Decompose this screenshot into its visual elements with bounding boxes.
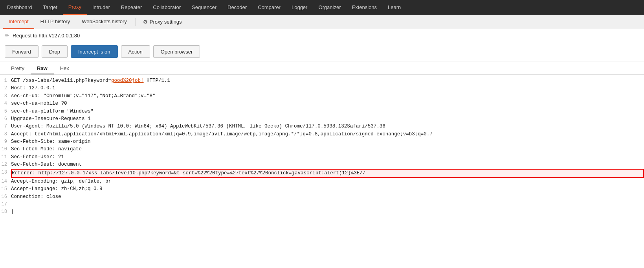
line-content: Sec-Fetch-User: ?1 xyxy=(11,153,644,161)
code-line-3: 3sec-ch-ua: "Chromium";v="117","Not;A=Br… xyxy=(0,92,644,100)
nav-item-dashboard[interactable]: Dashboard xyxy=(2,0,38,15)
line-content: Host: 127.0.0.1 xyxy=(11,85,644,92)
nav-item-decoder[interactable]: Decoder xyxy=(222,0,252,15)
nav-item-learn[interactable]: Learn xyxy=(382,0,406,15)
line-number: 6 xyxy=(0,115,11,123)
line-number: 10 xyxy=(0,146,11,153)
line-number: 17 xyxy=(0,201,11,208)
tab-raw[interactable]: Raw xyxy=(31,64,54,74)
line-number: 14 xyxy=(0,178,11,185)
intercept-toolbar: Forward Drop Intercept is on Action Open… xyxy=(0,42,644,61)
code-line-7: 7User-Agent: Mozilla/5.0 (Windows NT 10.… xyxy=(0,123,644,130)
forward-button[interactable]: Forward xyxy=(5,45,39,58)
gear-icon: ⚙ xyxy=(143,19,148,25)
proxy-settings-label: Proxy settings xyxy=(150,19,182,25)
nav-item-repeater[interactable]: Repeater xyxy=(116,0,147,15)
action-button[interactable]: Action xyxy=(121,45,150,58)
line-number: 8 xyxy=(0,131,11,138)
proxy-settings-button[interactable]: ⚙ Proxy settings xyxy=(139,19,186,25)
line-content: GET /xss-labs/level11.php?keyword=good%2… xyxy=(11,77,644,85)
nav-item-organizer[interactable]: Organizer xyxy=(313,0,346,15)
code-line-6: 6Upgrade-Insecure-Requests 1 xyxy=(0,115,644,123)
line-number: 11 xyxy=(0,153,11,161)
code-line-9: 9Sec-Fetch-Site: same-origin xyxy=(0,138,644,146)
tab-hex[interactable]: Hex xyxy=(54,64,75,74)
code-line-2: 2Host: 127.0.0.1 xyxy=(0,85,644,92)
line-content: Connection: close xyxy=(11,193,644,201)
line-content: Referer: http://127.0.0.1/xss-labs/level… xyxy=(11,169,644,178)
line-content: Upgrade-Insecure-Requests 1 xyxy=(11,115,644,123)
nav-item-collaborator[interactable]: Collaborator xyxy=(147,0,186,15)
code-line-4: 4sec-ch-ua-mobile ?0 xyxy=(0,100,644,107)
code-line-1: 1GET /xss-labs/level11.php?keyword=good%… xyxy=(0,77,644,85)
request-code-area[interactable]: 1GET /xss-labs/level11.php?keyword=good%… xyxy=(0,75,644,263)
nav-item-target[interactable]: Target xyxy=(38,0,63,15)
view-tabs: Pretty Raw Hex xyxy=(0,61,644,75)
drop-button[interactable]: Drop xyxy=(42,45,68,58)
line-number: 13 xyxy=(0,169,11,176)
line-number: 3 xyxy=(0,92,11,100)
request-bar: ✏ Request to http://127.0.0.1:80 xyxy=(0,29,644,42)
nav-item-intruder[interactable]: Intruder xyxy=(87,0,116,15)
line-number: 18 xyxy=(0,208,11,216)
line-content: Accept: text/html,application/xhtml+xml,… xyxy=(11,131,644,138)
line-content xyxy=(11,208,644,216)
nav-item-logger[interactable]: Logger xyxy=(286,0,313,15)
code-line-11: 11Sec-Fetch-User: ?1 xyxy=(0,153,644,161)
sub-navigation: Intercept HTTP history WebSockets histor… xyxy=(0,15,644,29)
nav-item-extensions[interactable]: Extensions xyxy=(347,0,383,15)
line-content: Sec-Fetch-Site: same-origin xyxy=(11,138,644,146)
line-content: sec-ch-ua: "Chromium";v="117","Not;A=Bra… xyxy=(11,92,644,100)
line-number: 16 xyxy=(0,193,11,201)
line-content: User-Agent: Mozilla/5.0 (Windows NT 10.0… xyxy=(11,123,644,130)
line-number: 7 xyxy=(0,123,11,130)
intercept-toggle-button[interactable]: Intercept is on xyxy=(71,45,118,58)
code-line-15: 15Accept-Language: zh-CN,zh;q=0.9 xyxy=(0,185,644,193)
subnav-intercept[interactable]: Intercept xyxy=(3,15,34,29)
line-number: 5 xyxy=(0,108,11,115)
subnav-http-history[interactable]: HTTP history xyxy=(35,15,76,29)
line-content: Accept-Encoding: gzip, deflate, br xyxy=(11,178,644,185)
code-line-17: 17 xyxy=(0,201,644,208)
nav-item-comparer[interactable]: Comparer xyxy=(252,0,286,15)
subnav-websockets-history[interactable]: WebSockets history xyxy=(76,15,132,29)
top-navigation: Dashboard Target Proxy Intruder Repeater… xyxy=(0,0,644,15)
pencil-icon: ✏ xyxy=(5,32,9,39)
code-line-13: 13Referer: http://127.0.0.1/xss-labs/lev… xyxy=(0,169,644,178)
open-browser-button[interactable]: Open browser xyxy=(153,45,200,58)
line-content: Sec-Fetch-Mode: navigate xyxy=(11,146,644,153)
nav-item-proxy[interactable]: Proxy xyxy=(63,0,87,15)
line-content: Accept-Language: zh-CN,zh;q=0.9 xyxy=(11,185,644,193)
line-number: 12 xyxy=(0,161,11,168)
tab-pretty[interactable]: Pretty xyxy=(5,64,31,74)
code-line-12: 12Sec-Fetch-Dest: document xyxy=(0,161,644,168)
line-content: sec-ch-ua-platform "Windows" xyxy=(11,108,644,115)
code-line-18: 18 xyxy=(0,208,644,216)
code-line-16: 16Connection: close xyxy=(0,193,644,201)
code-line-14: 14Accept-Encoding: gzip, deflate, br xyxy=(0,178,644,185)
code-line-10: 10Sec-Fetch-Mode: navigate xyxy=(0,146,644,153)
code-line-5: 5sec-ch-ua-platform "Windows" xyxy=(0,108,644,115)
request-url: Request to http://127.0.0.1:80 xyxy=(13,33,80,39)
line-number: 2 xyxy=(0,85,11,92)
line-content: sec-ch-ua-mobile ?0 xyxy=(11,100,644,107)
nav-item-sequencer[interactable]: Sequencer xyxy=(186,0,222,15)
line-number: 4 xyxy=(0,100,11,107)
line-number: 1 xyxy=(0,77,11,85)
code-line-8: 8Accept: text/html,application/xhtml+xml… xyxy=(0,131,644,138)
line-number: 9 xyxy=(0,138,11,146)
line-number: 15 xyxy=(0,185,11,193)
sub-nav-divider xyxy=(136,18,136,26)
line-content: Sec-Fetch-Dest: document xyxy=(11,161,644,168)
